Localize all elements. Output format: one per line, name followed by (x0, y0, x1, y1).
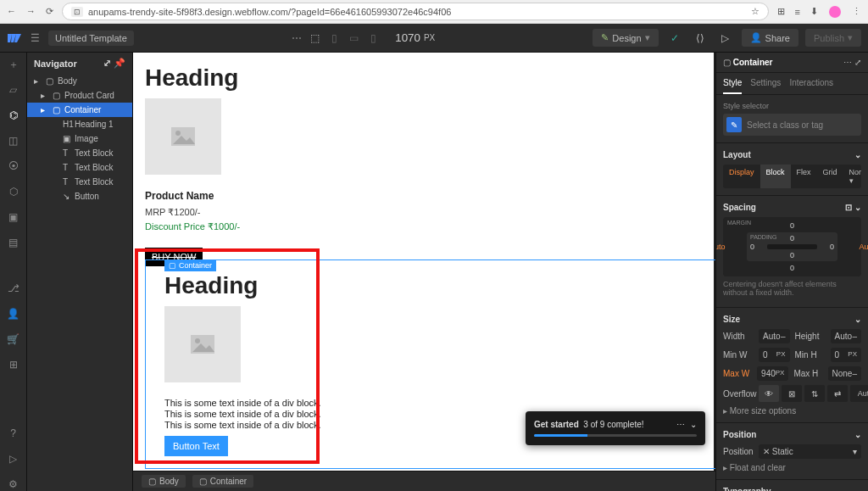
check-icon[interactable]: ✓ (665, 32, 684, 44)
tab-settings[interactable]: Settings (750, 73, 781, 94)
section-chevron-icon[interactable]: ⌄ (854, 150, 861, 159)
heading-1[interactable]: Heading (145, 64, 702, 92)
mrp-text[interactable]: MRP ₹1200/- (145, 207, 702, 218)
variables-icon[interactable]: ⦿ (7, 159, 20, 173)
float-clear[interactable]: ▸ Float and clear (723, 463, 861, 472)
classes-icon[interactable]: ⬡ (7, 185, 20, 198)
add-icon[interactable]: ＋ (7, 58, 20, 71)
overflow-scroll2-icon[interactable]: ⇄ (827, 385, 848, 402)
overflow-visible-icon[interactable]: 👁 (759, 385, 779, 402)
address-bar[interactable]: ⊡ anupams-trendy-site-5f98f3.design.webf… (62, 3, 769, 20)
cms-icon[interactable]: ▤ (7, 236, 20, 249)
width-input[interactable]: Auto– (759, 329, 790, 343)
spacing-settings-icon[interactable]: ⊡ ⌄ (845, 203, 861, 212)
page-name[interactable]: Untitled Template (48, 31, 134, 46)
help-icon[interactable]: ? (7, 427, 20, 440)
display-none[interactable]: None ▾ (843, 165, 861, 188)
text-block-1[interactable]: This is some text inside of a div block. (164, 398, 702, 408)
add-class-icon[interactable]: ✎ (726, 117, 742, 132)
settings-icon[interactable]: ⚙ (7, 477, 20, 491)
webflow-logo-icon[interactable] (7, 31, 22, 46)
components-icon[interactable]: ◫ (7, 134, 20, 148)
star-icon[interactable]: ☆ (751, 6, 760, 17)
viewport-width-input[interactable] (388, 31, 420, 44)
class-selector[interactable]: ✎ Select a class or tag (723, 114, 861, 136)
product-card[interactable]: Heading Product Name MRP ₹1200/- Discoun… (145, 64, 702, 266)
crumb-body[interactable]: ▢ Body (142, 475, 186, 488)
panel-more-icon[interactable]: ⋯ (843, 58, 852, 67)
mode-dropdown[interactable]: ✎Design▾ (593, 29, 658, 47)
display-grid[interactable]: Grid (817, 165, 843, 188)
more-icon[interactable]: ⋯ (292, 32, 302, 44)
users-icon[interactable]: 👤 (7, 307, 20, 321)
code-icon[interactable]: ⟨⟩ (691, 32, 709, 44)
list-icon[interactable]: ≡ (795, 7, 800, 17)
download-icon[interactable]: ⬇ (810, 6, 818, 17)
navigator-icon[interactable]: ⌬ (7, 109, 20, 122)
menu-icon[interactable]: ⋮ (852, 6, 861, 17)
minw-input[interactable]: 0PX (759, 348, 790, 362)
minh-input[interactable]: 0PX (831, 348, 862, 362)
heading-2[interactable]: Heading (164, 272, 702, 299)
extensions-icon[interactable]: ⊞ (777, 6, 785, 17)
desktop-icon[interactable]: ⬚ (310, 32, 320, 44)
display-block[interactable]: Block (760, 165, 791, 188)
section-chevron-icon[interactable]: ⌄ (854, 430, 861, 439)
tablet-icon[interactable]: ▯ (331, 32, 337, 44)
forward-icon[interactable]: → (26, 6, 36, 17)
height-input[interactable]: Auto– (831, 329, 862, 343)
logic-icon[interactable]: ⎇ (7, 282, 20, 295)
publish-button[interactable]: Publish ▾ (805, 29, 861, 47)
video-icon[interactable]: ▷ (7, 452, 20, 466)
image-placeholder-2[interactable] (164, 306, 241, 382)
more-size-options[interactable]: ▸ More size options (723, 406, 861, 416)
toast-chevron-icon[interactable]: ⌄ (690, 420, 697, 429)
overflow-scroll-icon[interactable]: ⇅ (804, 385, 825, 402)
collapse-icon[interactable]: ⤢ (103, 58, 111, 68)
tree-item-heading-1[interactable]: H1Heading 1 (27, 117, 132, 131)
tab-style[interactable]: Style (723, 73, 742, 94)
button-text[interactable]: Button Text (164, 436, 228, 456)
display-flex[interactable]: Flex (791, 165, 817, 188)
overflow-auto[interactable]: Auto (850, 385, 868, 402)
spacing-editor[interactable]: MARGIN 0 Auto Auto PADDING 0 0 0 0 0 (723, 217, 861, 276)
tab-interactions[interactable]: Interactions (789, 73, 833, 94)
toast-more-icon[interactable]: ⋯ (676, 420, 685, 429)
selection-tag[interactable]: ▢ Container (164, 259, 216, 271)
assets-icon[interactable]: ▣ (7, 210, 20, 224)
pages-icon[interactable]: ▱ (7, 83, 20, 97)
menu-icon[interactable]: ☰ (31, 32, 40, 44)
mobile-icon[interactable]: ▯ (370, 32, 376, 44)
laptop-icon[interactable]: ▭ (349, 32, 359, 44)
site-info-icon[interactable]: ⊡ (71, 7, 83, 17)
preview-icon[interactable]: ▷ (716, 32, 735, 44)
maxh-input[interactable]: None– (828, 366, 861, 381)
tree-item-body[interactable]: ▸▢Body (27, 74, 132, 88)
apps-icon[interactable]: ⊞ (7, 358, 20, 371)
tree-item-container[interactable]: ▸▢Container (27, 103, 132, 117)
overflow-hidden-icon[interactable]: ⊠ (782, 385, 802, 402)
display-segment[interactable]: Display Block Flex Grid None ▾ (723, 165, 861, 188)
get-started-toast[interactable]: Get started 3 of 9 complete! ⋯ ⌄ (526, 411, 705, 445)
tree-item-image[interactable]: ▣Image (27, 131, 132, 146)
product-name[interactable]: Product Name (145, 190, 702, 202)
pin-icon[interactable]: 📌 (114, 58, 125, 68)
panel-external-icon[interactable]: ⤢ (854, 58, 861, 67)
back-icon[interactable]: ← (7, 6, 16, 17)
reload-icon[interactable]: ⟳ (46, 6, 53, 17)
tree-item-product-card[interactable]: ▸▢Product Card (27, 88, 132, 103)
ecommerce-icon[interactable]: 🛒 (7, 332, 20, 346)
tree-item-text-block[interactable]: TText Block (27, 160, 132, 175)
design-canvas[interactable]: Heading Product Name MRP ₹1200/- Discoun… (133, 53, 714, 471)
discount-text[interactable]: Discount Price ₹1000/- (145, 221, 702, 232)
avatar-icon[interactable] (828, 5, 842, 19)
maxw-input[interactable]: 940PX (757, 366, 788, 381)
share-button[interactable]: 👤 Share (742, 29, 798, 47)
section-chevron-icon[interactable]: ⌄ (854, 487, 861, 491)
tree-item-button[interactable]: ↘Button (27, 189, 132, 204)
tree-item-text-block[interactable]: TText Block (27, 175, 132, 189)
crumb-container[interactable]: ▢ Container (192, 475, 253, 488)
section-chevron-icon[interactable]: ⌄ (854, 315, 861, 324)
position-select[interactable]: ✕ Static▾ (759, 444, 861, 459)
image-placeholder[interactable] (145, 98, 221, 175)
